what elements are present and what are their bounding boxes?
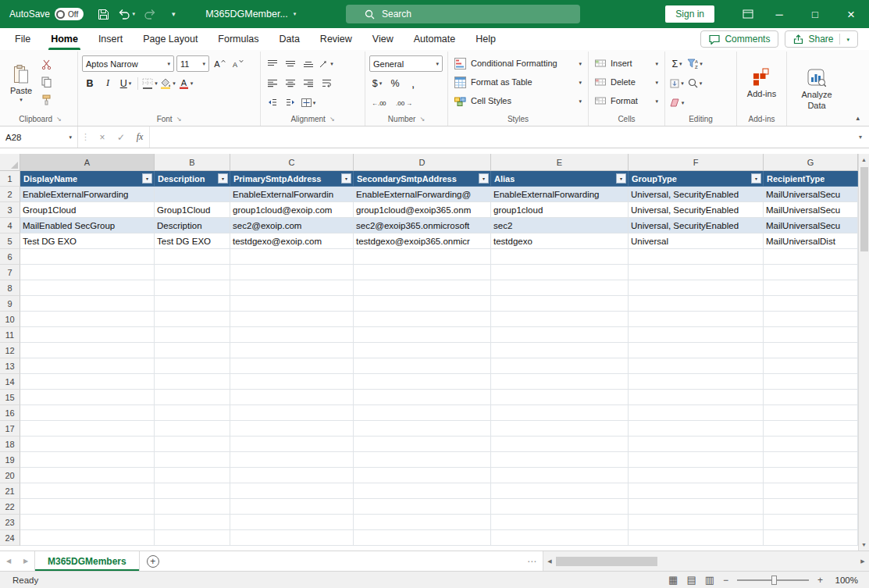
cell-D15[interactable] [354, 390, 491, 405]
zoom-in-button[interactable]: + [817, 575, 823, 586]
row-header-5[interactable]: 5 [0, 233, 20, 249]
cell-F12[interactable] [629, 343, 764, 358]
format-cells-button[interactable]: Format ▾ [593, 91, 661, 110]
cell-G14[interactable] [764, 374, 858, 390]
cell-A23[interactable] [20, 515, 155, 530]
cell-styles-button[interactable]: Cell Styles ▾ [452, 91, 584, 110]
new-sheet-button[interactable]: + [140, 555, 166, 568]
cell-C8[interactable] [230, 280, 354, 296]
row-header-19[interactable]: 19 [0, 452, 20, 468]
cell-F13[interactable] [629, 358, 764, 374]
cell-D23[interactable] [354, 515, 491, 530]
align-top-button[interactable] [265, 56, 280, 72]
number-format-select[interactable]: General ▾ [369, 55, 443, 72]
row-header-17[interactable]: 17 [0, 421, 20, 437]
increase-font-size-button[interactable]: A [212, 56, 227, 72]
cell-F6[interactable] [629, 249, 764, 265]
cell-F5[interactable]: Universal [629, 233, 764, 249]
analyze-data-button[interactable]: Analyze Data [791, 54, 842, 126]
ribbon-tab-data[interactable]: Data [269, 28, 309, 50]
comma-style-button[interactable]: , [405, 76, 421, 91]
cell-B5[interactable]: Test DG EXO [155, 233, 230, 249]
cell-G9[interactable] [764, 296, 858, 312]
zoom-out-button[interactable]: − [723, 575, 728, 586]
italic-button[interactable]: I [100, 76, 116, 91]
cell-A18[interactable] [20, 437, 155, 452]
horizontal-scrollbar[interactable]: ◀ ▶ [543, 551, 869, 571]
scroll-down-icon[interactable]: ▼ [859, 539, 869, 551]
document-title[interactable]: M365DGMember... ▾ [205, 9, 296, 20]
sort-filter-button[interactable]: AZ▾ [687, 56, 703, 72]
cell-B3[interactable]: Group1Cloud [155, 202, 230, 218]
cell-A24[interactable] [20, 530, 155, 546]
column-header-C[interactable]: C [230, 154, 354, 171]
chevron-down-icon[interactable]: ▾ [846, 37, 849, 42]
cell-E12[interactable] [491, 343, 629, 358]
font-color-button[interactable]: A▾ [178, 76, 194, 91]
align-right-button[interactable] [301, 76, 316, 91]
clipboard-dialog-launcher-icon[interactable]: ↘ [56, 116, 62, 123]
cell-B17[interactable] [155, 421, 230, 437]
increase-indent-button[interactable] [283, 95, 298, 111]
cell-A21[interactable] [20, 483, 155, 499]
cell-A13[interactable] [20, 358, 155, 374]
cell-C15[interactable] [230, 390, 354, 405]
cell-B20[interactable] [155, 468, 230, 483]
autosave-toggle[interactable]: AutoSave Off [0, 8, 91, 20]
minimize-button[interactable]: ─ [761, 0, 797, 28]
cell-B16[interactable] [155, 405, 230, 421]
cell-E24[interactable] [491, 530, 629, 546]
cell-B13[interactable] [155, 358, 230, 374]
cell-C17[interactable] [230, 421, 354, 437]
cell-C12[interactable] [230, 343, 354, 358]
row-header-4[interactable]: 4 [0, 218, 20, 233]
cell-C10[interactable] [230, 312, 354, 327]
column-header-E[interactable]: E [491, 154, 629, 171]
row-header-10[interactable]: 10 [0, 312, 20, 327]
cell-B15[interactable] [155, 390, 230, 405]
row-header-9[interactable]: 9 [0, 296, 20, 312]
cell-B18[interactable] [155, 437, 230, 452]
row-header-8[interactable]: 8 [0, 280, 20, 296]
fill-color-button[interactable]: ▾ [160, 76, 176, 91]
autosum-button[interactable]: Σ▾ [669, 56, 685, 72]
cell-G23[interactable] [764, 515, 858, 530]
decrease-decimal-button[interactable]: .00→ [394, 95, 415, 111]
cell-A7[interactable] [20, 265, 155, 280]
cell-E17[interactable] [491, 421, 629, 437]
row-header-15[interactable]: 15 [0, 390, 20, 405]
filter-button-SecondarySmtpAddress[interactable]: ▾ [479, 173, 489, 184]
cell-E23[interactable] [491, 515, 629, 530]
filter-button-PrimarySmtpAddress[interactable]: ▾ [341, 173, 351, 184]
cell-D7[interactable] [354, 265, 491, 280]
cell-G18[interactable] [764, 437, 858, 452]
align-left-button[interactable] [265, 76, 280, 91]
sheet-nav-right-icon[interactable]: ▶ [17, 558, 34, 565]
cell-E4[interactable]: sec2 [491, 218, 629, 233]
cell-A15[interactable] [20, 390, 155, 405]
zoom-percentage[interactable]: 100% [832, 576, 858, 585]
cell-G4[interactable]: MailUniversalSecu [764, 218, 858, 233]
cell-E11[interactable] [491, 327, 629, 343]
cell-A19[interactable] [20, 452, 155, 468]
ribbon-tab-file[interactable]: File [5, 28, 41, 50]
font-dialog-launcher-icon[interactable]: ↘ [176, 116, 182, 123]
cell-A9[interactable] [20, 296, 155, 312]
row-header-22[interactable]: 22 [0, 499, 20, 515]
cell-B6[interactable] [155, 249, 230, 265]
cell-F10[interactable] [629, 312, 764, 327]
cell-F19[interactable] [629, 452, 764, 468]
ribbon-tab-view[interactable]: View [362, 28, 404, 50]
row-header-2[interactable]: 2 [0, 187, 20, 202]
cell-F17[interactable] [629, 421, 764, 437]
cell-E3[interactable]: group1cloud [491, 202, 629, 218]
font-name-select[interactable]: Aptos Narrow ▾ [82, 55, 174, 72]
filter-button-DisplayName[interactable]: ▾ [142, 173, 152, 184]
cell-E19[interactable] [491, 452, 629, 468]
cell-G6[interactable] [764, 249, 858, 265]
cell-A4[interactable]: MailEnabled SecGroup [20, 218, 155, 233]
column-header-D[interactable]: D [354, 154, 491, 171]
cell-B9[interactable] [155, 296, 230, 312]
ribbon-tab-page-layout[interactable]: Page Layout [133, 28, 208, 50]
page-layout-view-button[interactable]: ▤ [686, 574, 696, 586]
